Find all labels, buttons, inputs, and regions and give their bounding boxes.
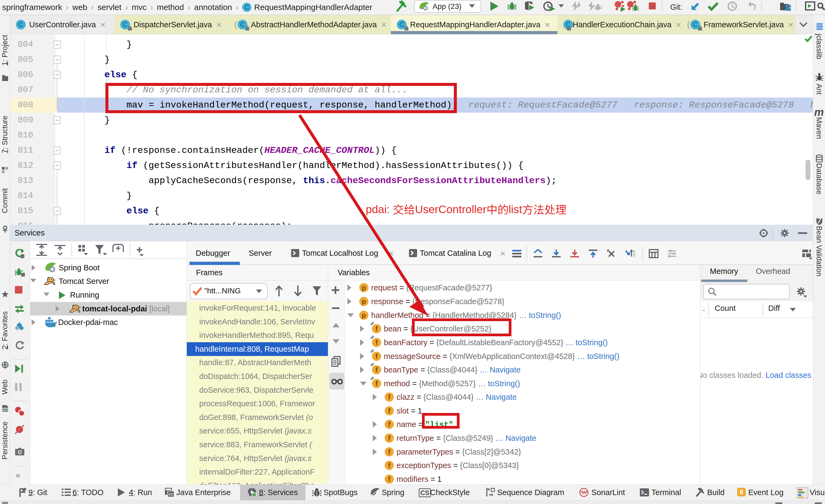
svg-text:list: list bbox=[509, 204, 523, 216]
svg-text:EE: EE bbox=[168, 492, 173, 497]
